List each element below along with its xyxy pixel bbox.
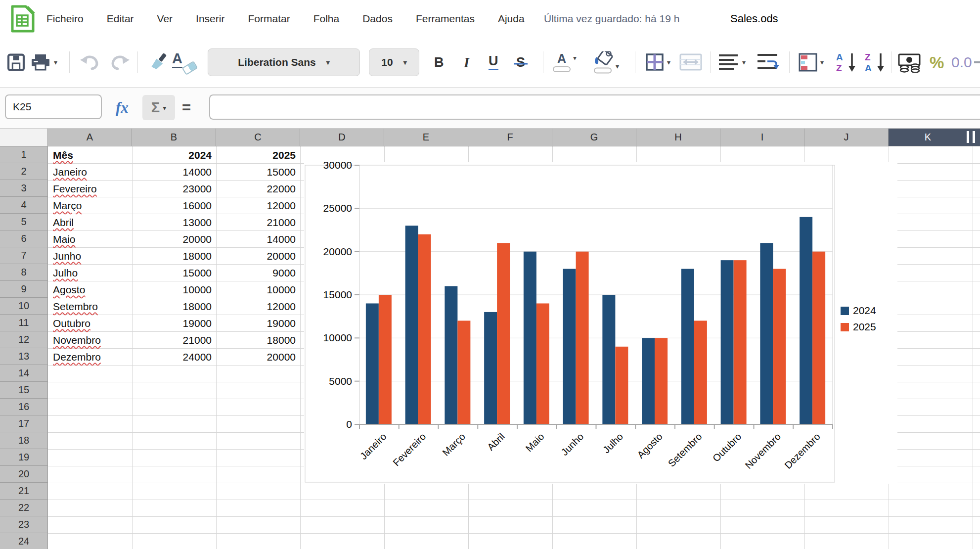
column-header-G[interactable]: G (552, 128, 636, 146)
function-wizard-button[interactable]: fx (116, 99, 129, 117)
cell-A8[interactable]: Julho (49, 265, 132, 281)
bar-2025-Abril[interactable] (497, 243, 510, 424)
row-header-8[interactable]: 8 (0, 264, 48, 281)
column-header-J[interactable]: J (804, 128, 889, 146)
bar-2024-Outubro[interactable] (721, 260, 734, 424)
row-header-15[interactable]: 15 (0, 382, 48, 399)
clone-formatting-button[interactable] (148, 51, 169, 73)
cell-B12[interactable]: 21000 (133, 332, 216, 348)
bar-2024-Março[interactable] (445, 286, 457, 424)
bar-2025-Junho[interactable] (576, 252, 589, 424)
row-header-14[interactable]: 14 (0, 365, 48, 382)
merge-cells-button[interactable] (679, 53, 702, 71)
menu-item-dados[interactable]: Dados (362, 13, 393, 25)
equals-button[interactable]: = (182, 99, 191, 117)
row-header-23[interactable]: 23 (0, 516, 48, 533)
currency-format-button[interactable] (898, 52, 922, 73)
cell-A10[interactable]: Setembro (49, 298, 132, 315)
cell-A4[interactable]: Março (49, 197, 132, 214)
bar-2024-Janeiro[interactable] (366, 303, 379, 424)
align-caret[interactable]: ▾ (742, 59, 746, 66)
wrap-text-button[interactable] (757, 53, 779, 71)
bar-2025-Agosto[interactable] (655, 338, 668, 424)
bar-2025-Fevereiro[interactable] (418, 234, 431, 424)
formula-input[interactable] (209, 94, 980, 120)
row-header-10[interactable]: 10 (0, 298, 48, 315)
row-header-24[interactable]: 24 (0, 533, 48, 549)
bar-2024-Dezembro[interactable] (800, 217, 812, 424)
cell-C10[interactable]: 12000 (217, 298, 300, 315)
row-header-22[interactable]: 22 (0, 500, 48, 516)
cell-C9[interactable]: 10000 (217, 281, 300, 298)
row-header-21[interactable]: 21 (0, 483, 48, 500)
column-header-F[interactable]: F (468, 128, 552, 146)
bar-2025-Dezembro[interactable] (812, 252, 825, 424)
cell-A12[interactable]: Novembro (49, 332, 132, 348)
cell-A3[interactable]: Fevereiro (49, 181, 132, 197)
cell-reference-input[interactable] (5, 94, 102, 119)
bar-2024-Novembro[interactable] (760, 243, 773, 424)
conditional-format-button[interactable]: ▾ (798, 53, 824, 72)
spreadsheet-grid[interactable]: Mês20242025Janeiro1400015000Fevereiro230… (0, 128, 980, 549)
autosum-button[interactable]: Σ ▾ (142, 95, 175, 120)
menu-item-ver[interactable]: Ver (157, 13, 173, 25)
cell-C8[interactable]: 9000 (217, 265, 300, 281)
bold-button[interactable]: B (434, 56, 444, 69)
bar-2024-Agosto[interactable] (642, 338, 655, 424)
undo-button[interactable] (78, 52, 101, 72)
cell-A9[interactable]: Agosto (49, 281, 132, 298)
bar-2024-Fevereiro[interactable] (405, 226, 418, 424)
cell-B1[interactable]: 2024 (133, 147, 216, 163)
decimal-format-button[interactable]: 0.0 (951, 55, 980, 70)
bar-2024-Abril[interactable] (484, 312, 497, 424)
menu-item-editar[interactable]: Editar (107, 13, 134, 25)
menu-item-formatar[interactable]: Formatar (248, 13, 290, 25)
background-color-button[interactable]: ▾ (592, 51, 619, 74)
row-header-2[interactable]: 2 (0, 163, 48, 180)
menu-item-ajuda[interactable]: Ajuda (498, 13, 525, 25)
cell-C7[interactable]: 20000 (217, 248, 300, 264)
strikethrough-button[interactable]: S (516, 56, 525, 69)
percent-format-button[interactable]: % (930, 54, 944, 71)
bar-2025-Maio[interactable] (536, 303, 549, 424)
column-header-B[interactable]: B (132, 128, 216, 146)
borders-button[interactable]: ▾ (645, 53, 670, 72)
cell-C4[interactable]: 12000 (217, 197, 300, 214)
bar-2025-Julho[interactable] (615, 347, 628, 424)
column-resize-indicator[interactable] (967, 131, 975, 143)
row-header-13[interactable]: 13 (0, 348, 48, 365)
row-header-20[interactable]: 20 (0, 466, 48, 483)
cell-C11[interactable]: 19000 (217, 315, 300, 331)
column-header-A[interactable]: A (48, 128, 132, 146)
cell-C13[interactable]: 20000 (217, 349, 300, 365)
column-header-C[interactable]: C (216, 128, 300, 146)
cell-C2[interactable]: 15000 (217, 164, 300, 180)
row-header-19[interactable]: 19 (0, 449, 48, 466)
font-size-select[interactable]: 10 ▾ (369, 48, 419, 76)
redo-button[interactable] (109, 52, 132, 72)
row-header-17[interactable]: 17 (0, 415, 48, 432)
cell-C12[interactable]: 18000 (217, 332, 300, 348)
menu-item-inserir[interactable]: Inserir (196, 13, 224, 25)
font-color-button[interactable]: A ▾ (553, 52, 577, 72)
document-filename[interactable]: Sales.ods (730, 12, 778, 25)
cell-A5[interactable]: Abril (49, 214, 132, 230)
underline-button[interactable]: U (489, 54, 498, 70)
cell-C5[interactable]: 21000 (217, 214, 300, 230)
bar-2024-Setembro[interactable] (681, 269, 694, 424)
menu-item-ficheiro[interactable]: Ficheiro (46, 13, 84, 25)
bar-2024-Junho[interactable] (563, 269, 576, 424)
bar-2024-Julho[interactable] (602, 295, 615, 424)
cell-B13[interactable]: 24000 (133, 349, 216, 365)
conditional-format-caret[interactable]: ▾ (820, 59, 824, 66)
font-color-caret[interactable]: ▾ (573, 54, 577, 61)
cell-B11[interactable]: 19000 (133, 315, 216, 331)
column-header-E[interactable]: E (384, 128, 468, 146)
sales-chart-object[interactable]: 050001000015000200002500030000JaneiroFev… (304, 162, 897, 484)
save-button[interactable] (7, 53, 25, 72)
cell-B6[interactable]: 20000 (133, 231, 216, 247)
cell-A13[interactable]: Dezembro (49, 349, 132, 365)
column-header-K[interactable]: K (889, 128, 980, 146)
italic-button[interactable]: I (464, 55, 469, 70)
print-button[interactable]: ▾ (30, 53, 57, 72)
